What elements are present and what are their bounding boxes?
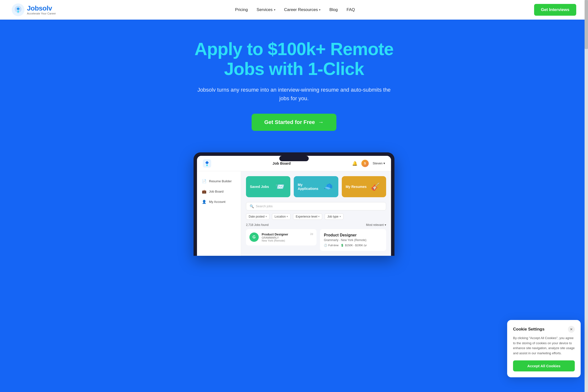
job-split: G Product Designer GRAMMARLY New York (R… — [246, 229, 386, 251]
arrow-icon: → — [318, 119, 324, 126]
nav-blog[interactable]: Blog — [329, 7, 338, 12]
chevron-down-icon: ▾ — [318, 215, 320, 218]
user-label: Steven ▾ — [373, 162, 385, 165]
logo-subtitle: Accelerate Your Career — [27, 12, 56, 15]
sidebar-item-my-account[interactable]: 👤 My Account — [197, 197, 241, 207]
filter-location[interactable]: Location ▾ — [272, 214, 290, 220]
navbar-nav: Pricing Services ▾ Career Resources ▾ Bl… — [235, 7, 355, 12]
bell-icon: 🔔 — [352, 161, 358, 166]
navbar: Jobsolv Accelerate Your Career Pricing S… — [0, 0, 588, 20]
saved-jobs-card[interactable]: Saved Jobs 📨 — [246, 176, 290, 197]
nav-career-resources[interactable]: Career Resources ▾ — [284, 7, 321, 12]
nav-faq[interactable]: FAQ — [347, 7, 355, 12]
logo-icon — [12, 4, 24, 16]
job-list-item[interactable]: G Product Designer GRAMMARLY New York (R… — [246, 229, 316, 246]
app-main: Saved Jobs 📨 My Applications 🧢 My Resume… — [241, 171, 391, 256]
sidebar-item-job-board[interactable]: 💼 Job Board — [197, 186, 241, 197]
app-body: 📄 Resume Builder 💼 Job Board 👤 My Accoun… — [197, 171, 391, 256]
filter-row: Date posted ▾ Location ▾ Experience leve… — [246, 214, 386, 220]
filter-job-type[interactable]: Job type ▾ — [324, 214, 343, 220]
scrollbar[interactable] — [584, 0, 588, 392]
chevron-down-icon: ▾ — [266, 215, 267, 218]
my-applications-card[interactable]: My Applications 🧢 — [294, 176, 338, 197]
cookie-text: By clicking "Accept All Cookies", you ag… — [513, 336, 575, 356]
get-started-button[interactable]: Get Started for Free → — [252, 114, 337, 131]
dollar-icon: 💲 — [340, 244, 344, 247]
svg-point-3 — [206, 165, 208, 166]
my-resumes-card[interactable]: My Resumes 🎸 — [342, 176, 386, 197]
nav-pricing[interactable]: Pricing — [235, 7, 248, 12]
hero-section: Apply to $100k+ Remote Jobs with 1-Click… — [0, 0, 588, 392]
chevron-down-icon: ▾ — [385, 223, 386, 226]
search-input[interactable]: Search jobs — [256, 204, 382, 208]
saved-jobs-figure: 📨 — [273, 180, 286, 193]
notch — [279, 156, 309, 161]
accept-cookies-button[interactable]: Accept All Cookies — [513, 360, 575, 372]
logo-title: Jobsolv — [27, 5, 56, 12]
chevron-down-icon: ▾ — [340, 215, 341, 218]
salary-tag: 💲 $150K - $195K /yr — [340, 244, 367, 247]
results-count: 2,718 Jobs found — [246, 223, 268, 226]
card-grid: Saved Jobs 📨 My Applications 🧢 My Resume… — [246, 176, 386, 197]
sort-dropdown[interactable]: Most relevant ▾ — [366, 223, 386, 226]
logo-text: Jobsolv Accelerate Your Career — [27, 5, 56, 15]
filter-date-posted[interactable]: Date posted ▾ — [246, 214, 270, 220]
results-row: 2,718 Jobs found Most relevant ▾ — [246, 223, 386, 226]
app-header-right: 🔔 S Steven ▾ — [352, 160, 385, 167]
job-type-tag: 🕐 Full-time — [324, 244, 338, 247]
search-icon: 🔍 — [250, 204, 254, 208]
cookie-title: Cookie Settings — [513, 327, 544, 332]
mockup-screen: Job Board 🔔 S Steven ▾ 📄 Resume Builder — [197, 156, 391, 256]
app-mockup: Job Board 🔔 S Steven ▾ 📄 Resume Builder — [194, 152, 394, 256]
applications-figure: 🧢 — [322, 180, 334, 193]
job-tags: 🕐 Full-time 💲 $150K - $195K /yr — [324, 244, 382, 247]
job-time: 2d — [310, 232, 313, 236]
svg-point-1 — [18, 11, 19, 12]
clock-icon: 🕐 — [324, 244, 327, 247]
cookie-header: Cookie Settings ✕ — [513, 326, 575, 333]
company-logo: G — [250, 232, 259, 242]
detail-company: Grammarly · New York (Remote) — [324, 238, 382, 242]
job-list: G Product Designer GRAMMARLY New York (R… — [246, 229, 316, 251]
resumes-figure: 🎸 — [369, 180, 382, 193]
close-button[interactable]: ✕ — [568, 326, 575, 333]
sidebar-item-resume-builder[interactable]: 📄 Resume Builder — [197, 176, 241, 186]
person-icon: 👤 — [202, 200, 206, 204]
nav-services[interactable]: Services ▾ — [256, 7, 275, 12]
cookie-banner: Cookie Settings ✕ By clicking "Accept Al… — [507, 320, 581, 377]
chevron-down-icon: ▾ — [274, 8, 276, 12]
hero-subtitle: Jobsolv turns any resume into an intervi… — [194, 86, 394, 103]
job-info: Product Designer GRAMMARLY New York (Rem… — [262, 232, 307, 242]
app-header-title: Job Board — [272, 161, 290, 166]
scrollbar-thumb[interactable] — [584, 0, 588, 49]
filter-experience[interactable]: Experience level ▾ — [293, 214, 322, 220]
detail-title: Product Designer — [324, 233, 382, 238]
job-company: GRAMMARLY — [262, 236, 307, 239]
avatar: S — [362, 160, 369, 167]
hero-content: Apply to $100k+ Remote Jobs with 1-Click… — [184, 20, 404, 141]
briefcase-icon: 💼 — [202, 190, 206, 194]
logo: Jobsolv Accelerate Your Career — [12, 4, 56, 16]
chevron-down-icon: ▾ — [287, 215, 288, 218]
app-logo-small — [203, 159, 211, 168]
chevron-down-icon: ▾ — [319, 8, 320, 12]
search-bar[interactable]: 🔍 Search jobs — [246, 202, 386, 210]
job-title: Product Designer — [262, 232, 307, 236]
job-location: New York (Remote) — [262, 239, 307, 242]
job-detail-panel: Product Designer Grammarly · New York (R… — [320, 229, 386, 251]
get-interviews-button[interactable]: Get Interviews — [534, 4, 576, 16]
hero-title: Apply to $100k+ Remote Jobs with 1-Click — [194, 39, 394, 79]
app-sidebar: 📄 Resume Builder 💼 Job Board 👤 My Accoun… — [197, 171, 241, 256]
document-icon: 📄 — [202, 179, 206, 184]
